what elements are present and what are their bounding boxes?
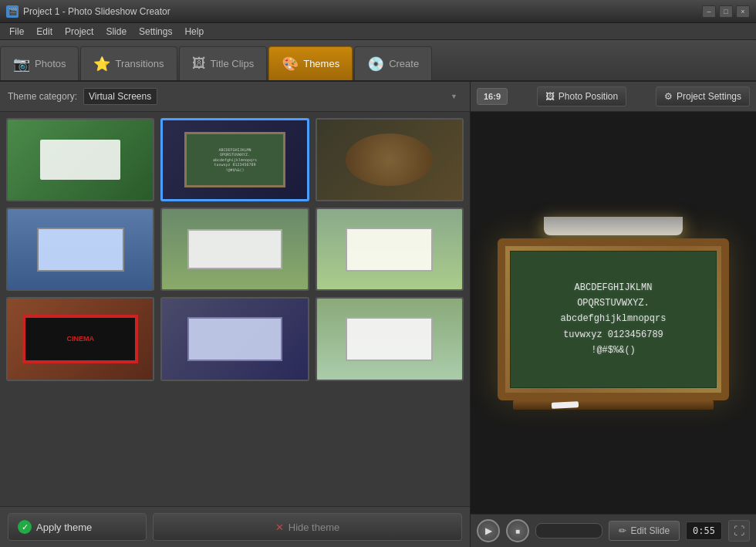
playback-bar: ▶ ■ ✏ Edit Slide 0:55 ⛶: [471, 514, 756, 547]
fullscreen-button[interactable]: ⛶: [728, 520, 750, 542]
theme-item-2[interactable]: ABCDEFGHIJKLMNOPQRSTUVWXYZ.abcdefghijklm…: [160, 118, 309, 201]
tab-themes-label: Themes: [303, 58, 339, 69]
menu-file[interactable]: File: [3, 25, 30, 39]
tab-title-clips[interactable]: 🖼 Title Clips: [179, 46, 268, 80]
theme-actions: ✓ Apply theme ✕ Hide theme: [0, 506, 470, 547]
photo-pos-label: Photo Position: [559, 91, 618, 102]
aspect-ratio-button[interactable]: 16:9: [477, 88, 508, 105]
theme-item-9[interactable]: [316, 297, 464, 380]
chalk-line-5: !@#$%&(): [561, 343, 667, 358]
right-top-bar: 16:9 🖼 Photo Position ⚙ Project Settings: [471, 82, 756, 112]
tab-transitions[interactable]: ⭐ Transitions: [80, 46, 177, 80]
chalk-line-4: tuvwxyz 0123456789: [561, 327, 667, 343]
chalk-mini-text: ABCDEFGHIJKLMNOPQRSTUVWXYZ.abcdefghijklm…: [213, 147, 257, 173]
chalkboard-wrapper: ABCDEFGHIJKLMN OPQRSTUVWXYZ. abcdefghijk…: [498, 217, 729, 410]
menu-edit[interactable]: Edit: [30, 25, 59, 39]
edit-slide-label: Edit Slide: [630, 525, 670, 536]
settings-gear-icon: ⚙: [664, 91, 673, 102]
pencil-icon: ✏: [619, 525, 626, 536]
chalk-line-3: abcdefghijklmnopqrs: [561, 311, 667, 326]
project-settings-button[interactable]: ⚙ Project Settings: [656, 86, 750, 106]
left-panel: Theme category: Virtual Screens: [0, 82, 471, 547]
title-clips-icon: 🖼: [192, 56, 206, 72]
menu-slide[interactable]: Slide: [100, 25, 133, 39]
theme-7-preview: CINEMA: [22, 315, 139, 363]
title-bar-controls[interactable]: – □ ×: [702, 5, 750, 18]
theme-2-preview: ABCDEFGHIJKLMNOPQRSTUVWXYZ.abcdefghijklm…: [184, 132, 285, 187]
menu-help[interactable]: Help: [178, 25, 210, 39]
chalkboard-surface: ABCDEFGHIJKLMN OPQRSTUVWXYZ. abcdefghijk…: [510, 251, 717, 388]
theme-item-7[interactable]: CINEMA: [6, 297, 154, 380]
transitions-icon: ⭐: [93, 56, 110, 73]
tab-bar: 📷 Photos ⭐ Transitions 🖼 Title Clips 🎨 T…: [0, 40, 756, 82]
theme-item-4[interactable]: [6, 208, 154, 291]
category-select-wrap: Virtual Screens: [83, 88, 462, 105]
minimize-button[interactable]: –: [702, 5, 716, 18]
tab-photos-label: Photos: [35, 58, 66, 69]
play-button[interactable]: ▶: [477, 519, 500, 542]
stop-button[interactable]: ■: [506, 519, 529, 542]
tab-create[interactable]: 💿 Create: [354, 46, 432, 80]
close-button[interactable]: ×: [736, 5, 750, 18]
cinema-text: CINEMA: [66, 335, 94, 343]
theme-item-8[interactable]: [160, 297, 309, 380]
progress-bar[interactable]: [535, 523, 602, 539]
menu-bar: File Edit Project Slide Settings Help: [0, 23, 756, 40]
preview-area: ABCDEFGHIJKLMN OPQRSTUVWXYZ. abcdefghijk…: [471, 112, 756, 514]
light-fixture: [544, 217, 683, 235]
tab-transitions-label: Transitions: [115, 58, 164, 69]
title-bar: 🎬 Project 1 - Photo Slideshow Creator – …: [0, 0, 756, 23]
tab-photos[interactable]: 📷 Photos: [0, 46, 79, 80]
photo-pos-icon: 🖼: [545, 91, 555, 102]
theme-6-preview: [346, 228, 433, 272]
theme-9-preview: [346, 317, 433, 361]
theme-3-preview: [346, 133, 433, 186]
menu-settings[interactable]: Settings: [133, 25, 178, 39]
chalkboard-ledge: [513, 400, 714, 410]
category-select[interactable]: Virtual Screens: [83, 88, 157, 105]
theme-item-3[interactable]: [316, 118, 464, 201]
theme-1-preview: [40, 140, 120, 180]
hide-theme-button[interactable]: ✕ Hide theme: [153, 513, 462, 541]
theme-item-1[interactable]: [6, 118, 154, 201]
hide-x-icon: ✕: [275, 522, 284, 533]
stop-icon: ■: [515, 527, 520, 535]
tab-themes[interactable]: 🎨 Themes: [268, 46, 353, 80]
proj-settings-label: Project Settings: [677, 91, 741, 102]
themes-grid-wrap: ABCDEFGHIJKLMNOPQRSTUVWXYZ.abcdefghijklm…: [0, 112, 470, 506]
tab-create-label: Create: [389, 58, 419, 69]
themes-icon: 🎨: [282, 56, 299, 73]
app-icon: 🎬: [6, 5, 19, 18]
menu-project[interactable]: Project: [59, 25, 100, 39]
theme-item-5[interactable]: [160, 208, 309, 291]
edit-slide-button[interactable]: ✏ Edit Slide: [609, 521, 680, 541]
title-bar-left: 🎬 Project 1 - Photo Slideshow Creator: [6, 5, 170, 18]
apply-theme-label: Apply theme: [36, 522, 92, 533]
theme-5-preview: [187, 229, 282, 269]
checkmark-icon: ✓: [18, 520, 32, 534]
chalk-preview-text: ABCDEFGHIJKLMN OPQRSTUVWXYZ. abcdefghijk…: [561, 280, 667, 359]
play-icon: ▶: [485, 525, 492, 536]
chalk-line-2: OPQRSTUVWXYZ.: [561, 295, 667, 311]
maximize-button[interactable]: □: [719, 5, 733, 18]
right-panel: 16:9 🖼 Photo Position ⚙ Project Settings…: [471, 82, 756, 547]
theme-4-preview: [37, 228, 124, 272]
photos-icon: 📷: [13, 56, 30, 73]
chalkboard-frame: ABCDEFGHIJKLMN OPQRSTUVWXYZ. abcdefghijk…: [498, 238, 729, 400]
chalk-piece: [552, 401, 579, 409]
category-label: Theme category:: [8, 91, 77, 102]
themes-grid: ABCDEFGHIJKLMNOPQRSTUVWXYZ.abcdefghijklm…: [6, 118, 464, 381]
chalk-line-1: ABCDEFGHIJKLMN: [561, 280, 667, 295]
category-bar: Theme category: Virtual Screens: [0, 82, 470, 112]
photo-position-button[interactable]: 🖼 Photo Position: [537, 86, 626, 106]
theme-8-preview: [187, 317, 282, 361]
theme-item-6[interactable]: [316, 208, 464, 291]
create-icon: 💿: [367, 56, 384, 73]
apply-theme-button[interactable]: ✓ Apply theme: [8, 513, 147, 541]
window-title: Project 1 - Photo Slideshow Creator: [23, 6, 170, 17]
hide-theme-label: Hide theme: [289, 522, 339, 533]
tab-title-clips-label: Title Clips: [211, 58, 255, 69]
main-content: Theme category: Virtual Screens: [0, 82, 756, 547]
time-display: 0:55: [686, 522, 722, 540]
